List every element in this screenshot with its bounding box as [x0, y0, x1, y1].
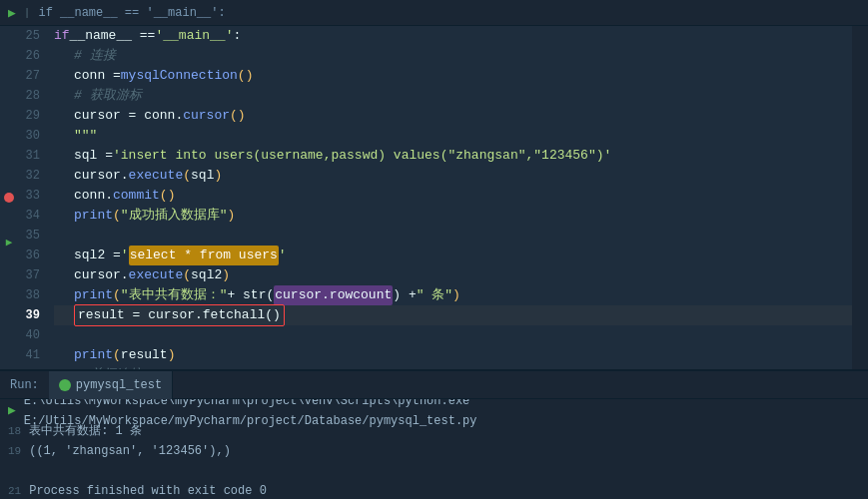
run-tab-bar: Run: pymysql_test	[0, 371, 868, 399]
run-output-area: ▶ E:\Utils\MyWorkspace\myPycharm\project…	[0, 399, 868, 499]
debug-separator: |	[24, 7, 31, 19]
line-numbers: 25 26 27 28 29 30 31 32 33 34 35 36 37 3…	[18, 26, 48, 369]
code-line-40	[54, 325, 852, 345]
breakpoint-36	[0, 190, 18, 205]
output-text-2: 表中共有数据: 1 条	[29, 421, 142, 441]
gutter-icons-col: ▶	[0, 26, 18, 369]
code-line-33: conn. commit ()	[54, 186, 852, 206]
code-line-41: print ( result )	[54, 345, 852, 365]
debug-label: if __name__ == '__main__':	[38, 6, 225, 20]
output-line-3: 19 ((1, 'zhangsan', '123456'),)	[4, 441, 868, 461]
output-line-1: ▶ E:\Utils\MyWorkspace\myPycharm\project…	[4, 401, 868, 421]
output-linenum-2: 18	[4, 421, 25, 441]
code-line-25: if __name__ == '__main__' :	[54, 26, 852, 46]
debug-arrow-39: ▶	[0, 235, 18, 250]
right-mini-gutter	[852, 26, 868, 369]
run-label: Run:	[0, 378, 49, 392]
run-panel: Run: pymysql_test ▶ E:\Utils\MyWorkspace…	[0, 369, 868, 499]
code-line-34: print ( "成功插入数据库" )	[54, 206, 852, 226]
code-area[interactable]: if __name__ == '__main__' : # 连接 conn = …	[48, 26, 852, 369]
code-line-29: cursor = conn. cursor ()	[54, 106, 852, 126]
editor-container: ▶ | if __name__ == '__main__':	[0, 0, 868, 499]
code-line-27: conn = mysqlConnection ()	[54, 66, 852, 86]
debug-bar: ▶ | if __name__ == '__main__':	[0, 0, 868, 26]
run-tab[interactable]: pymysql_test	[49, 371, 173, 399]
code-line-28: # 获取游标	[54, 86, 852, 106]
output-text-3: ((1, 'zhangsan', '123456'),)	[29, 441, 231, 461]
code-line-32: cursor. execute ( sql )	[54, 166, 852, 186]
code-line-39: result = cursor.fetchall()	[54, 305, 852, 325]
editor-main[interactable]: ▶ 25 26 27 28 29 30 31 32 33 34 35 36 37	[0, 26, 868, 369]
output-linenum-3: 19	[4, 441, 25, 461]
code-line-36: sql2 = ' select * from users '	[54, 246, 852, 265]
code-line-31: sql = 'insert into users(username,passwd…	[54, 146, 852, 166]
code-line-26: # 连接	[54, 46, 852, 66]
output-line-5: 21 Process finished with exit code 0	[4, 481, 868, 499]
output-linenum-5: 21	[4, 481, 25, 499]
code-line-37: cursor. execute ( sql2 )	[54, 265, 852, 285]
output-line-2: 18 表中共有数据: 1 条	[4, 421, 868, 441]
code-line-30: """	[54, 126, 852, 146]
output-text-5: Process finished with exit code 0	[29, 481, 267, 499]
output-run-btn[interactable]: ▶	[4, 401, 20, 421]
code-line-35	[54, 226, 852, 246]
run-tab-icon	[59, 379, 71, 391]
code-line-38: print ( "表中共有数据：" + str( cursor.rowcount…	[54, 285, 852, 305]
output-line-4	[4, 461, 868, 481]
play-button[interactable]: ▶	[8, 5, 16, 21]
run-tab-label: pymysql_test	[76, 378, 162, 392]
